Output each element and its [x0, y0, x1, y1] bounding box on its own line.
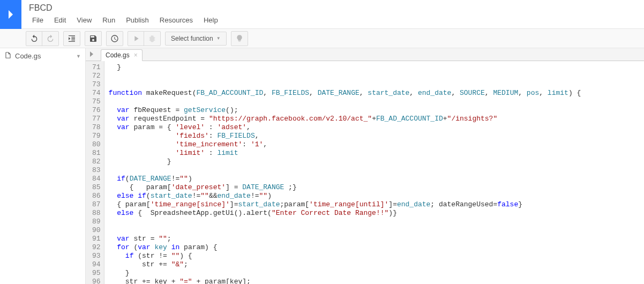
- caret-down-icon: ▼: [216, 36, 221, 41]
- file-icon: [4, 51, 12, 61]
- save-button[interactable]: [85, 32, 101, 46]
- play-icon: [132, 34, 140, 43]
- code-area[interactable]: 7172737475767778798081828384858687888990…: [86, 61, 644, 284]
- undo-button[interactable]: [26, 32, 42, 46]
- close-icon[interactable]: ×: [134, 51, 138, 59]
- redo-icon: [46, 34, 55, 43]
- triggers-button[interactable]: [107, 32, 123, 46]
- hint-button[interactable]: [231, 32, 248, 46]
- line-gutter: 7172737475767778798081828384858687888990…: [86, 61, 104, 284]
- toolbar: Select function ▼: [0, 29, 644, 48]
- header: FBCD File Edit View Run Publish Resource…: [0, 0, 644, 29]
- project-title[interactable]: FBCD: [27, 0, 644, 14]
- caret-down-icon[interactable]: ▼: [76, 54, 81, 59]
- menu-publish[interactable]: Publish: [121, 14, 154, 27]
- menu-view[interactable]: View: [71, 14, 97, 27]
- undo-icon: [30, 34, 39, 43]
- editor: Code.gs × 717273747576777879808182838485…: [86, 48, 644, 284]
- function-select-label: Select function: [171, 35, 213, 42]
- menu-edit[interactable]: Edit: [49, 14, 71, 27]
- redo-button[interactable]: [42, 32, 58, 46]
- tab-bar: Code.gs ×: [86, 48, 644, 61]
- sidebar: Code.gs ▼: [0, 48, 86, 284]
- tab-code[interactable]: Code.gs ×: [101, 49, 143, 61]
- file-name: Code.gs: [15, 52, 41, 60]
- arrow-right-icon: [4, 8, 17, 21]
- save-icon: [89, 34, 98, 43]
- tab-label: Code.gs: [106, 51, 130, 59]
- clock-icon: [110, 34, 119, 43]
- menu-help[interactable]: Help: [198, 14, 223, 27]
- code-content[interactable]: } function makeRequest(FB_AD_ACCOUNT_ID,…: [104, 61, 586, 284]
- menu-run[interactable]: Run: [97, 14, 121, 27]
- lightbulb-icon: [235, 34, 244, 43]
- debug-button[interactable]: [144, 32, 160, 46]
- file-list-item[interactable]: Code.gs ▼: [0, 48, 85, 64]
- bug-icon: [148, 34, 156, 43]
- menu-bar: File Edit View Run Publish Resources Hel…: [27, 14, 644, 27]
- menu-file[interactable]: File: [27, 14, 49, 27]
- menu-resources[interactable]: Resources: [154, 14, 198, 27]
- indent-icon: [68, 34, 76, 43]
- function-select[interactable]: Select function ▼: [165, 32, 227, 46]
- indent-button[interactable]: [64, 32, 80, 46]
- run-button[interactable]: [128, 32, 144, 46]
- logo-button[interactable]: [0, 0, 21, 29]
